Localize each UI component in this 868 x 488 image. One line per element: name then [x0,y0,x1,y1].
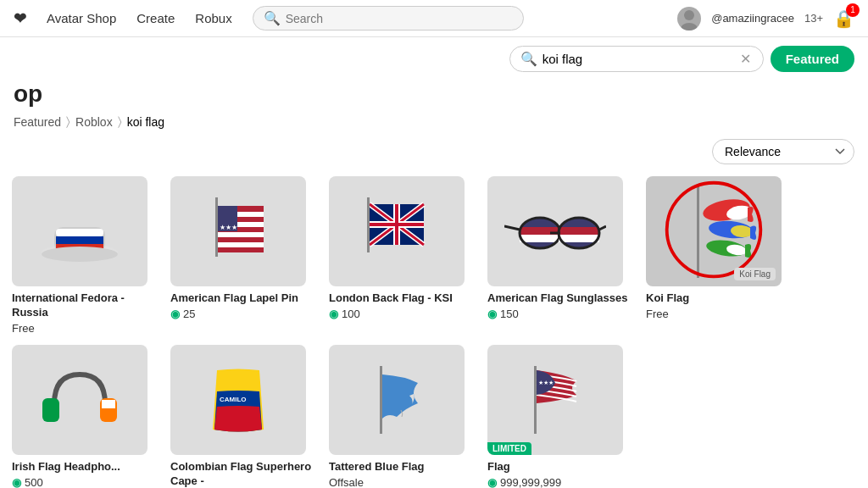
age-label: 13+ [804,12,823,25]
list-item[interactable]: American Flag Sunglasses ◉ 150 [487,176,636,335]
item-thumbnail: Koi Flag [646,176,782,286]
page-title-row: op [0,77,868,113]
topnav-right: @amaziingracee 13+ 🔒 1 [677,7,854,30]
svg-rect-37 [697,185,699,278]
item-price: Free [12,322,160,335]
item-name: American Flag Lapel Pin [170,291,319,306]
svg-rect-4 [56,229,103,236]
svg-rect-31 [559,227,599,235]
price-free: Free [646,308,669,320]
featured-button[interactable]: Featured [771,46,854,72]
list-item[interactable]: ★★★ LIMITED Flag ◉ 999,999,999 [487,345,636,488]
svg-rect-11 [217,232,264,237]
item-price: ◉ 25 [170,308,319,320]
item-thumbnail [329,345,465,455]
price-value: 500 [25,476,43,488]
svg-rect-49 [380,366,382,434]
svg-rect-15 [215,197,218,257]
item-thumbnail [329,176,465,286]
item-name: Tattered Blue Flag [329,460,477,474]
search-bar-icon: 🔍 [520,51,537,67]
item-price: ◉ 150 [487,308,636,320]
breadcrumb-sep-2: 〉 [118,114,122,129]
username: @amaziingracee [711,12,794,25]
svg-rect-28 [520,235,560,242]
item-thumbnail [12,345,147,455]
svg-point-0 [684,10,694,20]
item-price: ◉ 999,999,999 [487,476,636,488]
robux-icon: ◉ [170,308,180,320]
breadcrumb-featured[interactable]: Featured [14,115,61,129]
list-item[interactable]: London Back Flag - KSI ◉ 100 [329,176,477,335]
svg-text:★★★: ★★★ [220,224,237,231]
nav-avatar-shop[interactable]: Avatar Shop [47,8,116,29]
item-price: ◉ 100 [329,308,477,320]
svg-rect-5 [56,236,103,244]
price-offsale: Offsale [329,476,364,488]
avatar [677,7,701,30]
main-content: 🔍 ✕ Featured op Featured 〉 Roblox 〉 koi … [0,37,868,488]
robux-icon: ◉ [487,476,497,488]
list-item[interactable]: Koi Flag Koi Flag Free [646,176,794,335]
item-name: American Flag Sunglasses [487,291,636,306]
svg-point-7 [42,247,118,262]
notification-icon[interactable]: 🔒 1 [833,8,854,29]
item-name: Flag [487,460,636,474]
robux-icon: ◉ [12,476,21,488]
topnav: ❤ Avatar Shop Create Robux 🔍 @amaziingra… [0,0,868,37]
item-name: London Back Flag - KSI [329,291,477,306]
svg-rect-47 [102,400,115,408]
list-item[interactable]: Irish Flag Headpho... ◉ 500 [12,345,160,488]
search-input[interactable] [542,52,738,66]
item-name: Irish Flag Headpho... [12,460,160,474]
limited-badge: LIMITED [487,442,531,455]
items-grid: International Fedora - Russia Free [0,171,868,488]
item-thumbnail [12,176,147,286]
relevance-select[interactable]: Relevance Price (Low to High) Price (Hig… [712,139,854,164]
svg-rect-50 [534,366,537,434]
item-thumbnail [487,176,623,286]
topnav-search-input[interactable] [286,12,513,25]
item-price: ◉ 500 [12,476,160,488]
search-bar[interactable]: 🔍 ✕ [509,46,764,72]
item-price: Free [646,308,794,320]
list-item[interactable]: ★★★ American Flag Lapel Pin ◉ 25 [170,176,319,335]
item-thumbnail: ★★★ [170,176,306,286]
search-row: 🔍 ✕ Featured [0,37,868,77]
notification-badge: 1 [846,3,860,17]
svg-text:CAMILO: CAMILO [220,396,247,403]
robux-icon: ◉ [329,308,338,320]
breadcrumb-current: koi flag [127,115,164,129]
svg-line-35 [599,226,606,230]
price-value: 150 [500,308,519,320]
item-name: Colombian Flag Superhero Cape - [170,460,319,488]
item-name: International Fedora - Russia [12,291,160,320]
koi-tooltip: Koi Flag [734,268,776,280]
list-item[interactable]: International Fedora - Russia Free [12,176,160,335]
svg-point-1 [681,23,698,30]
item-thumbnail: ★★★ LIMITED [487,345,623,455]
item-price: Offsale [329,476,477,488]
svg-line-36 [504,226,520,230]
price-free: Free [12,322,35,335]
search-icon: 🔍 [264,10,281,26]
breadcrumb-roblox[interactable]: Roblox [75,115,113,129]
svg-rect-45 [42,398,59,422]
svg-rect-12 [217,242,264,247]
breadcrumb-sep-1: 〉 [66,114,70,129]
svg-rect-24 [395,204,398,245]
list-item[interactable]: CAMILO Colombian Flag Superhero Cape - O… [170,345,319,488]
filter-row: Relevance Price (Low to High) Price (Hig… [0,136,868,171]
nav-robux[interactable]: Robux [195,8,231,29]
price-value: 100 [342,308,360,320]
list-item[interactable]: Tattered Blue Flag Offsale [329,345,477,488]
svg-rect-32 [559,235,599,242]
robux-icon: ◉ [487,308,497,320]
roblox-logo: ❤ [14,9,26,28]
items-list: International Fedora - Russia Free [0,171,868,488]
search-clear-button[interactable]: ✕ [738,51,753,67]
page-title: op [14,80,42,107]
topnav-search-wrap[interactable]: 🔍 [253,6,524,30]
price-value: 999,999,999 [500,476,561,488]
nav-create[interactable]: Create [136,8,175,29]
